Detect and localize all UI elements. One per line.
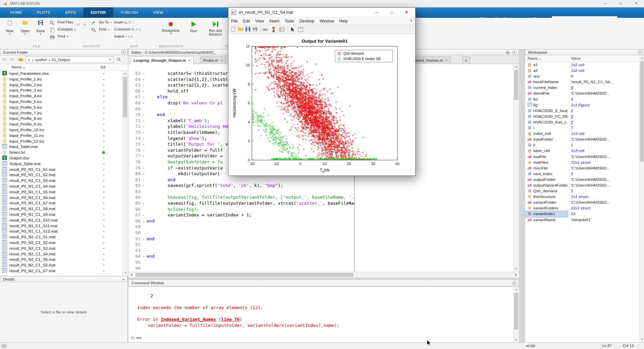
file-row[interactable]: Output.xlsx (0, 155, 122, 161)
close-tab-icon[interactable]: × (221, 58, 223, 62)
code-line[interactable]: 89 (128, 224, 354, 230)
code-line[interactable]: 85- saveas(fig, fullfile(outputVariantFo… (128, 200, 354, 206)
file-list-scrollbar[interactable]: ▲ ▼ (122, 71, 128, 276)
file-row[interactable]: result_P0_N1_C1_S1.mat (0, 167, 122, 172)
panel-actions-icon[interactable]: ▼ (512, 281, 517, 285)
new-button[interactable]: New▼ (2, 19, 17, 35)
workspace-variable-row[interactable]: choutputFolder'C:\Users\KHM3Sl\D... (525, 177, 639, 183)
insert-button[interactable]: Insert ▤ fx □ (114, 20, 134, 27)
editor-tab[interactable]: Probe.m× (200, 56, 226, 64)
toolstrip-tab-home[interactable]: HOME (3, 7, 30, 18)
editor-dock-icon[interactable]: ▣ (505, 50, 510, 55)
code-line[interactable]: 96 (128, 265, 354, 271)
back-arrow-icon[interactable]: ⇦ (76, 22, 80, 27)
go-to-button[interactable]: Go To▼ (91, 20, 112, 27)
file-row[interactable]: result_P0_N1_C1_S6.mat (0, 195, 122, 201)
inspector-icon[interactable] (298, 27, 304, 33)
toolstrip-tab-view[interactable]: VIEW (146, 7, 171, 18)
forward-arrow-icon[interactable]: ⇨ (83, 22, 87, 27)
command-prompt[interactable]: fx>> (130, 335, 142, 341)
figure-menu-file[interactable]: File (228, 17, 240, 25)
error-link[interactable]: line 76 (221, 317, 239, 322)
file-row[interactable]: Output_Table.mat (0, 161, 122, 167)
file-row[interactable]: result_P0_N1_C1_S4.mat (0, 184, 122, 189)
workspace-header[interactable]: Name ▲ Value (525, 55, 639, 62)
code-line[interactable]: 91-end (128, 236, 354, 242)
workspace-variable-row[interactable]: ⊞thisStructure1x1 struct (525, 194, 639, 200)
file-row[interactable]: Input_Parameters.xlsx (0, 71, 122, 77)
file-row[interactable]: Input_Profile_1.inc (0, 77, 122, 82)
workspace-variable-row[interactable]: ⊞matFiles72x1 struct (525, 160, 639, 165)
file-row[interactable]: result_P0_N1_C1_S12.mat (0, 229, 122, 234)
comment-button[interactable]: Comment % ⁓ ⁒ (114, 27, 141, 34)
file-row[interactable]: result_P0_N2_C1_S4.mat (0, 251, 122, 257)
file-row[interactable]: Input_Profile_8.inc (0, 116, 122, 121)
legend-icon[interactable] (279, 27, 285, 33)
close-tab-icon[interactable]: × (189, 58, 191, 62)
workspace-variable-row[interactable]: ⊞HVAC2030_Gas_c...[] (525, 119, 639, 125)
code-line[interactable]: 93 (128, 248, 354, 254)
file-row[interactable]: result_P0_N1_C1_S2.mat (0, 172, 122, 178)
breadcrumb[interactable]: « ▸sysfnd ▸01_Output ▼ (25, 56, 113, 63)
workspace-variable-row[interactable]: ⊞fid3 (525, 97, 639, 102)
up-folder-icon[interactable] (18, 57, 23, 62)
workspace-variable-row[interactable]: {}index_cell1x3 cell (525, 131, 639, 137)
workspace-variable-row[interactable]: {}a21x2 cell (525, 68, 639, 73)
save-icon[interactable] (245, 27, 251, 33)
scatter-plot[interactable]: Output for Variante01 -20-10010203040024… (228, 34, 415, 176)
workspace-variable-row[interactable]: chvariantName'Variante01' (525, 217, 639, 223)
toolstrip-tab-publish[interactable]: PUBLISH (113, 7, 146, 18)
figure-menu-tools[interactable]: Tools (282, 17, 297, 25)
panel-actions-icon[interactable]: ▼ (638, 50, 642, 54)
toolstrip-tab-apps[interactable]: APPS (58, 7, 83, 18)
compare-button[interactable]: Compare▼ (50, 27, 76, 34)
workspace-variable-row[interactable]: choutputVariantFolder'C:\Users\KHM3Sl\D.… (525, 183, 639, 188)
file-row[interactable]: result_P0_N1_C1_S5.mat (0, 189, 122, 195)
figure-window[interactable]: sh_result_P0_N1_C1_S4.mat — □ ✕ FileEdit… (228, 7, 416, 176)
workspace-variable-row[interactable]: ⊞i7 (525, 125, 639, 131)
toolstrip-tab-plots[interactable]: PLOTS (30, 7, 58, 18)
run-and-advance-button[interactable]: Run and Advance (204, 19, 227, 36)
workspace-variable-row[interactable]: chmatFile'C:\Users\KHM3Sl\D... (525, 154, 639, 160)
workspace-variable-row[interactable]: ⊞HVAC2030_FC_DE[] (525, 114, 639, 119)
minimize-button[interactable]: – (598, 0, 613, 7)
maximize-button[interactable]: □ (613, 0, 629, 7)
indent-button[interactable]: Indent » « ≡ (114, 34, 133, 41)
workspace-variable-row[interactable]: ⊞HVAC2030_E_heat...2 (525, 108, 639, 114)
file-row[interactable]: Input_Profile_5.inc (0, 99, 122, 105)
file-row[interactable]: result_P0_N2_C1_S1.mat (0, 234, 122, 240)
open-button[interactable]: Open▼ (17, 19, 33, 35)
file-row[interactable]: result_P0_N1_C1_S8.mat (0, 206, 122, 212)
file-row[interactable]: Input_Profile_3.inc (0, 88, 122, 93)
forward-arrow-icon[interactable]: ⇨ (10, 57, 14, 62)
workspace-variable-row[interactable]: ⊞variantIndex13 (525, 211, 639, 217)
print-button[interactable]: Print▼ (50, 34, 69, 41)
code-line[interactable]: 84 %saveas(fig, fullfile(outputVariantFo… (128, 194, 354, 200)
code-line[interactable]: 92 (128, 242, 354, 248)
figure-menu-view[interactable]: View (253, 17, 267, 25)
link-icon[interactable] (262, 27, 268, 33)
file-row[interactable]: result_P0_N1_C1_S11.mat (0, 223, 122, 229)
breakpoints-button[interactable]: Breakpoints▼ (160, 19, 181, 35)
workspace-variable-row[interactable]: ⊞variantFolders12x1 struct (525, 205, 639, 211)
back-arrow-icon[interactable]: ⇦ (3, 57, 6, 62)
workspace-variable-row[interactable]: ⊞current_index[] (525, 85, 639, 91)
file-row[interactable]: Input_Profile_2.inc (0, 82, 122, 88)
command-window[interactable]: 2Index exceeds the number of array eleme… (128, 287, 519, 342)
file-row[interactable]: Input_Profile_4.inc (0, 93, 122, 99)
file-row[interactable]: Input_Table.mat (0, 144, 122, 150)
file-list-header[interactable]: Name ▲ Git (0, 64, 128, 71)
workspace-variable-row[interactable]: ⊞next_index2 (525, 171, 639, 177)
code-line[interactable]: 87- variantIndex = variantIndex + 1; (128, 212, 354, 218)
file-row[interactable]: result_P0_N2_C1_S6.mat (0, 262, 122, 268)
file-row[interactable]: Input_Profile_6.inc (0, 105, 122, 110)
workspace-variable-row[interactable]: {}label_cell1x3 cell (525, 148, 639, 154)
file-row[interactable]: Input_Profile_9.inc (0, 121, 122, 127)
figure-menu-edit[interactable]: Edit (240, 17, 253, 25)
breadcrumb-dropdown-icon[interactable]: ▼ (109, 57, 111, 63)
code-line[interactable]: 82- saveas(gcf,sprintf('%s%d', 'sh', k),… (128, 183, 354, 189)
editor-horizontal-scrollbar[interactable]: ◀ ▶ (128, 272, 519, 278)
figure-menu-insert[interactable]: Insert (267, 17, 282, 25)
close-tab-icon[interactable]: × (445, 58, 447, 62)
run-button[interactable]: Run (185, 19, 202, 33)
